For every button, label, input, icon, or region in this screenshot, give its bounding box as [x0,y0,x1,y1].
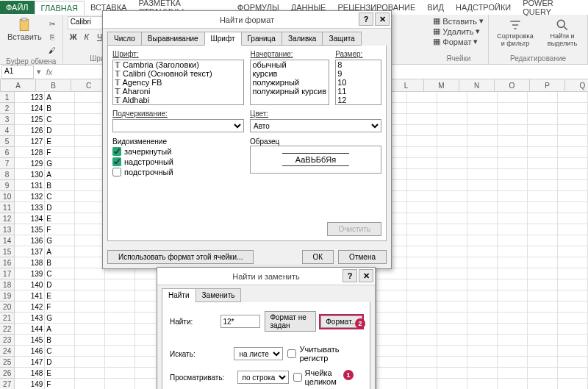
cell[interactable]: 134 [15,213,45,224]
cell[interactable] [558,125,588,136]
cell[interactable] [407,368,437,379]
cell[interactable] [75,301,105,313]
cell[interactable] [558,213,588,224]
cell[interactable] [558,136,588,147]
cell[interactable] [377,279,407,290]
cell[interactable] [498,147,528,158]
col-header[interactable]: N [459,79,495,92]
cell[interactable] [498,257,528,268]
cell[interactable] [558,279,588,290]
cell[interactable] [437,180,467,191]
cell[interactable] [75,279,105,290]
col-header[interactable]: P [530,79,565,92]
cell[interactable]: E [45,213,75,224]
cell[interactable] [437,213,467,224]
cell[interactable] [528,191,558,202]
cell[interactable] [467,290,498,301]
cell[interactable]: F [45,224,75,235]
row-header[interactable]: 6 [0,147,15,158]
cell[interactable] [407,268,437,279]
cell[interactable] [377,357,407,368]
dialog-titlebar[interactable]: Найти формат ? ✕ [103,11,391,29]
cell[interactable]: 138 [15,257,45,268]
cell[interactable]: E [45,136,75,147]
cell[interactable] [437,346,467,357]
cell[interactable] [437,290,467,301]
col-header[interactable]: B [36,79,71,92]
cell[interactable] [467,147,498,158]
cell[interactable] [467,357,498,368]
cell[interactable] [75,290,105,301]
cell[interactable] [75,335,105,346]
cell[interactable]: 126 [15,125,45,136]
cell[interactable]: 143 [15,313,45,324]
find-input[interactable] [220,315,260,328]
cell[interactable] [498,103,528,114]
cell[interactable] [558,114,588,125]
close-button[interactable]: ✕ [375,13,390,26]
cell[interactable] [407,290,437,301]
row-header[interactable]: 9 [0,180,15,191]
cell[interactable] [75,158,105,169]
cell[interactable] [467,114,498,125]
row-header[interactable]: 11 [0,202,15,213]
cell[interactable]: E [45,368,75,379]
cell[interactable] [467,191,498,202]
fr-titlebar[interactable]: Найти и заменить ? ✕ [157,268,375,285]
tab-protection[interactable]: Защита [322,32,361,46]
cell[interactable] [437,357,467,368]
cell[interactable] [528,301,558,313]
cell[interactable] [498,368,528,379]
cell[interactable] [407,213,437,224]
cell[interactable] [528,180,558,191]
style-listbox[interactable]: обычныйкурсивполужирныйполужирный курсив [250,60,329,105]
cell[interactable]: 131 [15,180,45,191]
cell[interactable]: F [45,147,75,158]
cell[interactable]: D [45,202,75,213]
cell[interactable] [105,301,135,313]
cell[interactable]: C [45,268,75,279]
col-header[interactable]: A [1,79,36,92]
row-header[interactable]: 22 [0,324,15,335]
cell[interactable]: C [45,346,75,357]
cell[interactable] [75,268,105,279]
cell[interactable] [558,368,588,379]
cell[interactable] [558,169,588,180]
cell[interactable] [558,158,588,169]
cell[interactable]: 140 [15,279,45,290]
row-header[interactable]: 12 [0,213,15,224]
cell[interactable] [377,290,407,301]
use-cell-format-button[interactable]: Использовать формат этой ячейки... [107,250,254,264]
col-header[interactable]: L [389,79,424,92]
cell[interactable] [75,92,105,103]
cell[interactable] [407,324,437,335]
cell[interactable] [437,103,467,114]
cell[interactable]: 125 [15,114,45,125]
cell[interactable] [467,246,498,257]
row-header[interactable]: 2 [0,103,15,114]
tab-fill[interactable]: Заливка [282,32,323,46]
cell[interactable] [498,324,528,335]
cell[interactable] [498,379,528,389]
cell[interactable] [498,313,528,324]
tab-file[interactable]: ФАЙЛ [0,1,35,14]
cell[interactable]: 139 [15,268,45,279]
cell[interactable] [498,346,528,357]
cell[interactable] [467,379,498,389]
cell[interactable] [498,92,528,103]
cell[interactable] [558,246,588,257]
row-header[interactable]: 26 [0,368,15,379]
cell[interactable]: 145 [15,335,45,346]
cell[interactable] [437,169,467,180]
cell[interactable] [498,136,528,147]
cell[interactable] [558,346,588,357]
row-header[interactable]: 4 [0,125,15,136]
cell[interactable] [528,92,558,103]
cell[interactable]: C [45,191,75,202]
tab-addins[interactable]: НАДСТРОЙКИ [450,1,517,14]
cell[interactable] [498,301,528,313]
cell[interactable] [75,103,105,114]
fx-icon[interactable]: fx [44,68,54,76]
search-by-select[interactable]: по строкам [237,371,289,384]
cell[interactable] [75,147,105,158]
